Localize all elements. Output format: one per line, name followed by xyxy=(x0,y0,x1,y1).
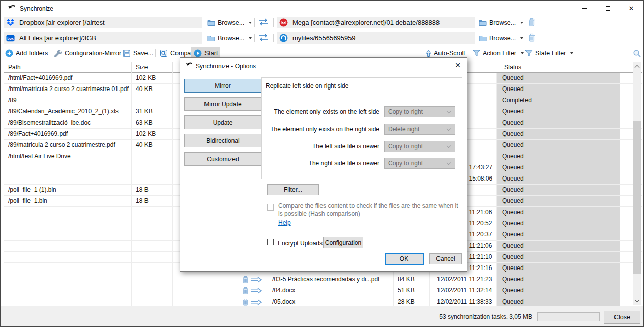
synchronize-app-icon xyxy=(185,62,193,70)
action-filter-label: Action Filter xyxy=(483,50,516,57)
table-row[interactable]: /05.docx28 KB12/02/2011 11:38:33Queued xyxy=(4,296,642,306)
rule-label-right-only: The element only exists on the right sid… xyxy=(211,124,379,135)
mode-button-mirror[interactable]: Mirror xyxy=(184,79,261,93)
cell-status: Queued xyxy=(497,207,620,218)
folder-icon xyxy=(207,19,215,26)
cell-left-path: /89/Calendari_Acadèmic_2010_2_(1).xls xyxy=(4,106,132,117)
state-filter-button[interactable]: State Filter xyxy=(522,47,576,60)
status-bar: 53 synchronization tasks. 3,05 MB Close xyxy=(1,306,644,327)
browse-left-button[interactable]: Browse... xyxy=(205,32,254,44)
chevron-down-icon xyxy=(570,52,573,54)
cell-right-size: 84 KB xyxy=(394,274,430,285)
separator xyxy=(524,18,524,27)
swap-direction-icon[interactable] xyxy=(257,33,270,42)
delete-right-icon xyxy=(242,276,263,284)
help-link[interactable]: Help xyxy=(278,219,291,226)
column-header-status[interactable]: Status xyxy=(497,62,620,73)
browse-left-button[interactable]: Browse... xyxy=(205,17,254,28)
cell-status: Queued xyxy=(497,162,620,173)
column-header-path[interactable]: Path xyxy=(4,62,132,73)
filter-funnel-icon xyxy=(473,50,480,57)
save-icon xyxy=(123,49,131,57)
remove-pair-icon[interactable] xyxy=(528,18,536,27)
cell-action xyxy=(237,274,268,285)
hash-comparison-label: Compare the files content to check if th… xyxy=(278,202,461,218)
encrypt-uploads-label: Encrypt Uploads xyxy=(278,240,323,247)
window-title: Synchronize xyxy=(20,5,53,12)
cell-status: Queued xyxy=(497,129,620,139)
browse-right-button[interactable]: Browse... xyxy=(477,32,525,44)
encrypt-configuration-button[interactable]: Configuration xyxy=(323,237,363,248)
maximize-button[interactable] xyxy=(596,1,620,16)
chevron-down-icon xyxy=(447,127,451,131)
box-icon: box xyxy=(6,34,15,42)
cell-status: Queued xyxy=(497,73,620,83)
left-path-label: Dropbox [air explorer ]/airtest xyxy=(19,19,105,26)
cell-left-path xyxy=(4,274,132,285)
close-button[interactable]: Close xyxy=(604,311,640,324)
filter-button[interactable]: Filter... xyxy=(267,184,319,195)
configuration-mirror-button[interactable]: Configuration-Mirror xyxy=(51,47,124,60)
cloud-account-icon xyxy=(279,34,288,42)
cell-left-path xyxy=(4,296,132,306)
vertical-scrollbar[interactable] xyxy=(633,62,641,305)
cell-status: Queued xyxy=(497,274,620,285)
search-button[interactable] xyxy=(630,47,644,60)
search-icon xyxy=(633,49,641,58)
browse-right-button[interactable]: Browse... xyxy=(477,17,525,28)
table-row[interactable]: /04.docx51 KB12/02/2011 11:32:14Queued xyxy=(4,285,642,296)
minimize-icon xyxy=(582,8,587,9)
close-window-button[interactable]: ✕ xyxy=(620,1,643,16)
compare-icon xyxy=(160,49,168,57)
cell-left-size xyxy=(132,274,173,285)
cell-right-path: /03-5 Prácticas recomendadas y di...pdf xyxy=(268,274,394,285)
scrollbar-thumb[interactable] xyxy=(633,121,641,274)
cell-left-size xyxy=(132,285,173,296)
cell-right-size: 51 KB xyxy=(394,285,430,296)
browse-label: Browse... xyxy=(489,35,516,42)
add-icon xyxy=(5,49,13,57)
encrypt-uploads-checkbox[interactable] xyxy=(267,239,274,245)
dropdown-value: Delete right xyxy=(388,126,419,133)
cell-status: Queued xyxy=(497,84,620,95)
ok-button[interactable]: OK xyxy=(385,253,424,265)
action-filter-button[interactable]: Action Filter xyxy=(470,47,526,60)
chevron-down-icon xyxy=(249,22,252,24)
cell-right-date: 12/02/2011 11:21:23 xyxy=(430,274,497,285)
scroll-up-button[interactable] xyxy=(633,62,641,71)
cell-right-path: /04.docx xyxy=(268,285,394,296)
rule-dropdown-left-only: Copy to right xyxy=(384,106,455,117)
minimize-button[interactable] xyxy=(573,1,596,16)
rule-dropdown-right-only: Delete right xyxy=(384,124,455,135)
close-icon: ✕ xyxy=(629,5,634,12)
save-button[interactable]: Save... xyxy=(120,47,156,60)
synchronize-options-dialog: Synchronize - Options ✕ Mirror Mirror Up… xyxy=(180,57,467,272)
cell-status: Queued xyxy=(497,106,620,117)
table-row[interactable]: /03-5 Prácticas recomendadas y di...pdf8… xyxy=(4,274,642,285)
cell-left-path: /html/test Air Live Drive xyxy=(4,151,132,162)
dropdown-value: Copy to right xyxy=(388,143,423,150)
cell-left-size: 102 KB xyxy=(132,129,173,139)
cell-left-path: /89/Bisemestralització_ibe.doc xyxy=(4,117,132,128)
cell-status: Queued xyxy=(497,196,620,206)
hash-comparison-checkbox xyxy=(267,204,274,211)
cell-left-size xyxy=(132,173,173,184)
cell-left-size: 40 KB xyxy=(132,140,173,151)
swap-direction-icon[interactable] xyxy=(257,18,270,26)
title-bar: Synchronize ✕ xyxy=(1,1,643,16)
left-account-path: Dropbox [air explorer ]/airtest xyxy=(4,17,202,28)
separator xyxy=(273,34,274,42)
column-header-size[interactable]: Size xyxy=(132,62,173,73)
start-icon xyxy=(194,49,202,57)
dialog-close-button[interactable]: ✕ xyxy=(452,60,463,70)
rule-label-left-only: The element only exists on the left side xyxy=(211,106,379,117)
add-folders-button[interactable]: Add folders xyxy=(3,47,50,60)
remove-pair-icon[interactable] xyxy=(528,33,536,42)
cancel-button[interactable]: Cancel xyxy=(429,253,462,264)
cell-left-path: /89 xyxy=(4,95,132,106)
cell-status: Queued xyxy=(497,140,620,151)
scroll-down-button[interactable] xyxy=(633,296,641,305)
svg-text:box: box xyxy=(7,36,14,40)
synchronize-app-icon xyxy=(7,4,16,13)
browse-label: Browse... xyxy=(489,19,516,26)
